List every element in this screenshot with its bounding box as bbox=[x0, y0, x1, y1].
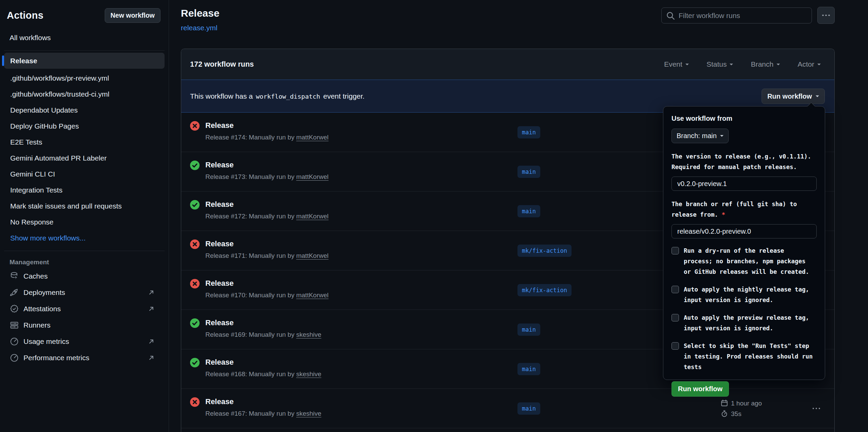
workflow-file-link[interactable]: release.yml bbox=[181, 24, 217, 32]
checkbox[interactable] bbox=[671, 342, 679, 350]
sidebar-item-gemini-cli-ci[interactable]: Gemini CLI CI bbox=[4, 166, 165, 182]
run-title[interactable]: Release bbox=[205, 121, 328, 130]
success-status-icon bbox=[190, 318, 200, 328]
actor-link[interactable]: mattKorwel bbox=[296, 252, 328, 259]
external-link-icon bbox=[148, 305, 155, 313]
actor-link[interactable]: mattKorwel bbox=[296, 134, 328, 141]
run-title[interactable]: Release bbox=[205, 358, 321, 367]
ref-field-label: The branch or ref (full git sha) to rele… bbox=[671, 199, 817, 220]
checkbox-label: Run a dry-run of the release process; no… bbox=[684, 246, 809, 277]
popup-checkbox-row: Run a dry-run of the release process; no… bbox=[671, 246, 817, 277]
sidebar-item-github-workflows-trusted-ci-yml[interactable]: .github/workflows/trusted-ci.yml bbox=[4, 86, 165, 102]
sidebar-item-all-workflows[interactable]: All workflows bbox=[4, 30, 165, 46]
failed-status-icon bbox=[190, 279, 200, 288]
branch-selector-button[interactable]: Branch: main bbox=[671, 129, 729, 143]
actor-link[interactable]: mattKorwel bbox=[296, 173, 328, 180]
chevron-down-icon bbox=[685, 64, 689, 67]
branch-label[interactable]: main bbox=[517, 323, 540, 336]
workflow-item-label: Gemini CLI CI bbox=[10, 170, 55, 178]
runs-count: 172 workflow runs bbox=[190, 60, 254, 69]
sidebar-item-integration-tests[interactable]: Integration Tests bbox=[4, 182, 165, 198]
sidebar-item-mark-stale-issues-and-pull-requests[interactable]: Mark stale issues and pull requests bbox=[4, 198, 165, 214]
sidebar-item-deploy-github-pages[interactable]: Deploy GitHub Pages bbox=[4, 118, 165, 134]
chevron-down-icon bbox=[816, 95, 819, 99]
kebab-icon bbox=[813, 408, 814, 409]
run-description: Release #172: Manually run by mattKorwel bbox=[205, 213, 328, 220]
chevron-down-icon bbox=[777, 64, 780, 67]
selected-indicator-bar bbox=[2, 55, 4, 66]
branch-label[interactable]: main bbox=[517, 166, 540, 178]
branch-label[interactable]: mk/fix-action bbox=[517, 245, 572, 257]
runs-panel-header: 172 workflow runs Event Status Branch Ac… bbox=[181, 49, 834, 80]
sidebar-item-e2e-tests[interactable]: E2E Tests bbox=[4, 134, 165, 150]
runners-icon bbox=[10, 320, 19, 330]
actor-link[interactable]: skeshive bbox=[296, 410, 321, 417]
actor-link[interactable]: mattKorwel bbox=[296, 213, 328, 220]
management-item-label: Deployments bbox=[23, 288, 65, 297]
run-description: Release #168: Manually run by skeshive bbox=[205, 370, 321, 378]
sidebar-item-dependabot-updates[interactable]: Dependabot Updates bbox=[4, 102, 165, 118]
success-status-icon bbox=[190, 161, 200, 170]
run-workflow-submit-button[interactable]: Run workflow bbox=[671, 381, 729, 397]
sidebar-item-github-workflows-pr-review-yml[interactable]: .github/workflows/pr-review.yml bbox=[4, 70, 165, 86]
sidebar-divider bbox=[4, 50, 165, 51]
filter-event[interactable]: Event bbox=[664, 60, 689, 68]
verified-icon bbox=[10, 304, 19, 314]
page-kebab-button[interactable] bbox=[817, 7, 835, 24]
branch-label[interactable]: main bbox=[517, 126, 540, 138]
required-asterisk: * bbox=[722, 211, 726, 218]
popup-checkbox-row: Select to skip the "Run Tests" step in t… bbox=[671, 341, 817, 372]
run-workflow-dropdown-button[interactable]: Run workflow bbox=[762, 88, 825, 104]
branch-label[interactable]: main bbox=[517, 402, 540, 415]
success-status-icon bbox=[190, 200, 200, 210]
failed-status-icon bbox=[190, 121, 200, 131]
run-title[interactable]: Release bbox=[205, 397, 321, 406]
external-link-icon bbox=[148, 289, 155, 296]
calendar-icon bbox=[721, 400, 728, 407]
branch-label[interactable]: mk/fix-action bbox=[517, 284, 572, 296]
run-title[interactable]: Release bbox=[205, 200, 328, 209]
sidebar-title: Actions bbox=[7, 10, 44, 21]
actor-link[interactable]: mattKorwel bbox=[296, 292, 328, 299]
management-item-caches[interactable]: Caches bbox=[0, 268, 169, 284]
checkbox-label: Auto apply the nightly release tag, inpu… bbox=[684, 284, 809, 305]
checkbox[interactable] bbox=[671, 286, 679, 293]
filter-status[interactable]: Status bbox=[707, 60, 733, 68]
branch-label[interactable]: main bbox=[517, 363, 540, 375]
page-title: Release bbox=[181, 7, 219, 19]
filter-branch[interactable]: Branch bbox=[751, 60, 780, 68]
chevron-down-icon bbox=[720, 135, 724, 138]
new-workflow-button[interactable]: New workflow bbox=[105, 8, 160, 23]
sidebar-item-release[interactable]: Release bbox=[4, 53, 165, 69]
run-title[interactable]: Release bbox=[205, 239, 328, 248]
management-item-usage-metrics[interactable]: Usage metrics bbox=[0, 333, 169, 350]
filter-runs-search[interactable] bbox=[661, 7, 812, 23]
run-description: Release #167: Manually run by skeshive bbox=[205, 410, 321, 417]
run-description: Release #174: Manually run by mattKorwel bbox=[205, 134, 328, 141]
ref-input[interactable] bbox=[671, 224, 817, 238]
sidebar-item-show-more-workflows[interactable]: Show more workflows... bbox=[4, 230, 165, 246]
gauge-icon bbox=[10, 337, 19, 346]
sidebar-item-gemini-automated-pr-labeler[interactable]: Gemini Automated PR Labeler bbox=[4, 150, 165, 166]
checkbox[interactable] bbox=[671, 247, 679, 254]
management-item-deployments[interactable]: Deployments bbox=[0, 284, 169, 301]
actor-link[interactable]: skeshive bbox=[296, 370, 321, 378]
run-title[interactable]: Release bbox=[205, 161, 328, 169]
management-item-label: Runners bbox=[23, 321, 50, 329]
filter-actor[interactable]: Actor bbox=[798, 60, 821, 68]
checkbox[interactable] bbox=[671, 314, 679, 321]
run-kebab-button[interactable] bbox=[811, 405, 822, 411]
management-item-performance-metrics[interactable]: Performance metrics bbox=[0, 350, 169, 366]
management-item-runners[interactable]: Runners bbox=[0, 317, 169, 333]
branch-label[interactable]: main bbox=[517, 205, 540, 217]
external-link-icon bbox=[148, 354, 155, 362]
workflow-item-label: Mark stale issues and pull requests bbox=[10, 202, 122, 210]
chevron-down-icon bbox=[730, 64, 733, 67]
sidebar-item-no-response[interactable]: No Response bbox=[4, 214, 165, 230]
filter-runs-input[interactable] bbox=[679, 12, 807, 20]
actor-link[interactable]: skeshive bbox=[296, 331, 321, 338]
version-input[interactable] bbox=[671, 177, 817, 191]
management-item-attestations[interactable]: Attestations bbox=[0, 301, 169, 317]
run-title[interactable]: Release bbox=[205, 318, 321, 327]
run-title[interactable]: Release bbox=[205, 279, 328, 288]
